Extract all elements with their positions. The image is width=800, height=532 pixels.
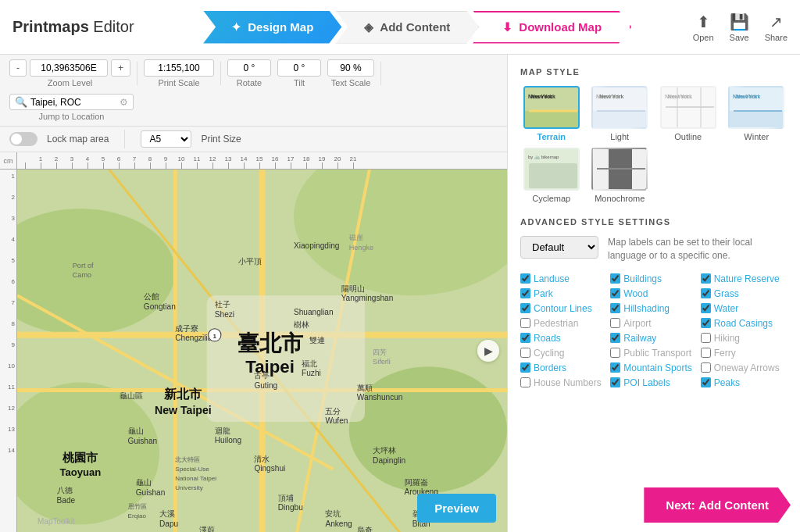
zoom-input[interactable] [30, 59, 108, 77]
advanced-title: ADVANCED STYLE SETTINGS [520, 217, 788, 227]
poi-labels-label[interactable]: POI Labels [623, 377, 670, 388]
ferry-checkbox[interactable] [701, 348, 711, 358]
nature-reserve-checkbox[interactable] [701, 273, 711, 284]
preview-button[interactable]: Preview [417, 494, 496, 523]
house-numbers-checkbox[interactable] [520, 377, 530, 387]
hiking-label[interactable]: Hiking [714, 333, 740, 344]
divider1 [137, 62, 138, 85]
wood-label[interactable]: Wood [623, 288, 648, 299]
zoom-plus-button[interactable]: + [111, 59, 130, 77]
hiking-checkbox[interactable] [701, 333, 711, 343]
layer-road-casings: Road Casings [701, 318, 788, 329]
house-numbers-label[interactable]: House Numbers [534, 377, 602, 388]
zoom-label: Zoom Level [9, 78, 130, 87]
tilt-input[interactable] [277, 59, 321, 77]
grass-checkbox[interactable] [701, 288, 711, 298]
app-header: Printmaps Editor ✦ Design Map ◈ Add Cont… [0, 0, 800, 55]
park-checkbox[interactable] [520, 288, 530, 298]
mountain-sports-checkbox[interactable] [610, 362, 620, 373]
buildings-checkbox[interactable] [610, 273, 620, 284]
hillshading-label[interactable]: Hillshading [623, 303, 670, 314]
style-outline[interactable]: New York Outline [657, 86, 720, 141]
water-label[interactable]: Water [714, 303, 739, 314]
peaks-label[interactable]: Peaks [714, 377, 740, 388]
rotate-control: Rotate [227, 59, 271, 87]
layer-airport: Airport [610, 318, 697, 329]
wood-checkbox[interactable] [610, 288, 620, 298]
hillshading-checkbox[interactable] [610, 303, 620, 313]
roads-label[interactable]: Roads [534, 333, 561, 344]
map-next-arrow[interactable]: ▶ [477, 340, 499, 362]
ferry-label[interactable]: Ferry [714, 348, 736, 359]
svg-text:University: University [175, 484, 203, 491]
poi-labels-checkbox[interactable] [610, 377, 620, 387]
step-add-content[interactable]: ◈ Add Content [335, 11, 479, 44]
contour-lines-label[interactable]: Contour Lines [534, 303, 592, 314]
railway-label[interactable]: Railway [623, 333, 656, 344]
water-checkbox[interactable] [701, 303, 711, 313]
print-scale-input[interactable] [144, 59, 214, 77]
save-action[interactable]: 💾 Save [730, 12, 749, 42]
step-download-map[interactable]: ⬇ Download Map [473, 11, 631, 44]
borders-checkbox[interactable] [520, 362, 530, 373]
lock-map-toggle[interactable] [9, 132, 38, 146]
nature-reserve-label[interactable]: Nature Reserve [714, 273, 780, 284]
grass-label[interactable]: Grass [714, 288, 739, 299]
svg-text:恩竹區: 恩竹區 [127, 503, 147, 510]
oneway-arrows-label[interactable]: Oneway Arrows [714, 362, 780, 373]
oneway-arrows-checkbox[interactable] [701, 362, 711, 373]
mountain-sports-label[interactable]: Mountain Sports [623, 362, 691, 373]
svg-text:Wufen: Wufen [325, 416, 348, 425]
pedestrian-checkbox[interactable] [520, 318, 530, 328]
style-monochrome[interactable]: Monochrome [589, 148, 652, 203]
tick-9: 9 [158, 152, 173, 169]
pedestrian-label[interactable]: Pedestrian [534, 318, 578, 329]
print-size-select[interactable]: A3 A4 A5 A6 Letter [141, 130, 191, 148]
share-icon: ↗ [770, 12, 783, 31]
road-casings-label[interactable]: Road Casings [714, 318, 773, 329]
svg-text:by 🚲 bikemap: by 🚲 bikemap [528, 154, 559, 160]
print-size-label: Print Size [201, 134, 241, 145]
public-transport-label[interactable]: Public Transport [623, 348, 691, 359]
road-casings-checkbox[interactable] [701, 318, 711, 328]
svg-text:Shuanglian: Shuanglian [294, 308, 334, 316]
svg-text:Wanshuncun: Wanshuncun [357, 393, 403, 402]
next-add-content-button[interactable]: Next: Add Content [644, 487, 791, 523]
landuse-checkbox[interactable] [520, 273, 530, 284]
svg-rect-95 [730, 111, 784, 129]
contour-lines-checkbox[interactable] [520, 303, 530, 313]
language-select[interactable]: Default English Chinese Japanese [520, 236, 598, 259]
borders-label[interactable]: Borders [534, 362, 566, 373]
public-transport-checkbox[interactable] [610, 348, 620, 358]
open-action[interactable]: ⬆ Open [693, 12, 714, 42]
zoom-control: - + Zoom Level [9, 59, 130, 87]
cycling-label[interactable]: Cycling [534, 348, 564, 359]
airport-checkbox[interactable] [610, 318, 620, 328]
peaks-checkbox[interactable] [701, 377, 711, 387]
ruler-left: 1 2 3 4 5 6 7 8 9 10 11 12 13 14 [0, 170, 17, 532]
text-scale-input[interactable] [327, 59, 374, 77]
search-input[interactable] [30, 97, 116, 108]
map-controls-row2: Lock map area A3 A4 A5 A6 Letter Print S… [0, 127, 507, 152]
layer-peaks: Peaks [701, 377, 788, 388]
step-design-map[interactable]: ✦ Design Map [203, 11, 341, 44]
style-light[interactable]: New York Light [589, 86, 652, 141]
svg-rect-102 [609, 149, 632, 191]
svg-text:大溪: 大溪 [159, 509, 175, 518]
monochrome-label: Monochrome [595, 194, 645, 203]
style-terrain[interactable]: New York Terrain [520, 86, 583, 141]
park-label[interactable]: Park [534, 288, 553, 299]
cycling-checkbox[interactable] [520, 348, 530, 358]
landuse-label[interactable]: Landuse [534, 273, 570, 284]
airport-label[interactable]: Airport [623, 318, 651, 329]
roads-checkbox[interactable] [520, 333, 530, 343]
svg-text:Yangmingshan: Yangmingshan [341, 294, 394, 302]
zoom-minus-button[interactable]: - [9, 59, 27, 77]
svg-text:北大特區: 北大特區 [175, 456, 200, 463]
style-winter[interactable]: New York Winter [726, 86, 788, 141]
share-action[interactable]: ↗ Share [765, 12, 788, 42]
rotate-input[interactable] [227, 59, 271, 77]
railway-checkbox[interactable] [610, 333, 620, 343]
style-cyclemap[interactable]: by 🚲 bikemap Cyclemap [520, 148, 583, 203]
buildings-label[interactable]: Buildings [623, 273, 662, 284]
